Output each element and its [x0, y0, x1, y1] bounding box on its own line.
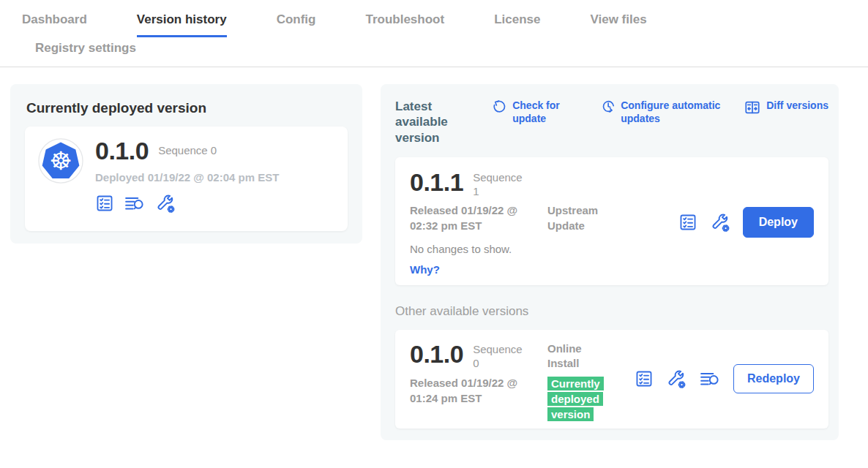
check-for-update-link[interactable]: Check for update: [493, 99, 571, 125]
tab-row-primary: Dashboard Version history Config Trouble…: [0, 0, 868, 37]
other-source-column: Online Install Currently deployed versio…: [547, 341, 617, 423]
tab-license[interactable]: License: [494, 12, 540, 37]
tab-troubleshoot[interactable]: Troubleshoot: [365, 12, 444, 37]
other-version-number: 0.1.0: [410, 341, 463, 366]
checklist-icon[interactable]: [95, 194, 114, 213]
deployed-sequence-label: Sequence 0: [158, 144, 217, 156]
checklist-icon[interactable]: [635, 369, 654, 388]
other-version-info: 0.1.0 Sequence 0 Released 01/19/22 @ 01:…: [410, 341, 547, 423]
svg-text:☸: ☸: [49, 146, 72, 176]
configure-automatic-updates-label: Configure automatic updates: [621, 99, 732, 125]
tab-dashboard[interactable]: Dashboard: [22, 12, 87, 37]
configure-automatic-updates-link[interactable]: Configure automatic updates: [602, 99, 732, 125]
tab-view-files[interactable]: View files: [590, 12, 646, 37]
deployed-version-number: 0.1.0: [95, 138, 149, 163]
schedule-icon: [602, 99, 616, 113]
app-subnav: Dashboard Version history Config Trouble…: [0, 0, 868, 67]
deployed-version-info: 0.1.0 Sequence 0 Deployed 01/19/22 @ 02:…: [95, 138, 279, 214]
deployed-version-card: ☸ 0.1.0 Sequence 0 Deployed 01/19/22 @ 0…: [25, 127, 348, 231]
kubernetes-logo-icon: ☸: [38, 138, 83, 184]
check-for-update-label: Check for update: [512, 99, 571, 125]
tab-config[interactable]: Config: [277, 12, 316, 37]
deployed-version-actions: [95, 193, 279, 214]
currently-deployed-badge-wrap: Currently deployed version: [547, 376, 607, 422]
version-row: 0.1.0 Sequence 0: [95, 138, 279, 163]
other-sequence-label: Sequence 0: [473, 343, 525, 371]
checklist-icon[interactable]: [678, 213, 697, 232]
other-source-label: Online Install: [547, 341, 610, 371]
other-versions-title: Other available versions: [395, 304, 828, 319]
latest-released-timestamp: Released 01/19/22 @ 02:32 pm EST: [410, 203, 547, 233]
diff-icon: [744, 99, 761, 116]
latest-available-panel: Latest available version Check for updat…: [381, 84, 839, 440]
logs-search-icon[interactable]: [124, 194, 146, 213]
latest-panel-header: Latest available version Check for updat…: [395, 99, 828, 146]
other-card-actions: Redeploy: [635, 364, 814, 393]
diff-versions-link[interactable]: Diff versions: [744, 99, 828, 116]
currently-deployed-title: Currently deployed version: [26, 100, 348, 116]
tab-registry-settings[interactable]: Registry settings: [35, 41, 818, 56]
redeploy-button[interactable]: Redeploy: [733, 364, 814, 393]
latest-card-actions: Deploy: [678, 207, 814, 238]
refresh-icon: [493, 99, 507, 113]
why-link[interactable]: Why?: [410, 263, 440, 276]
version-row: 0.1.1 Sequence 1: [410, 170, 814, 199]
other-version-card: 0.1.0 Sequence 0 Released 01/19/22 @ 01:…: [395, 330, 828, 429]
currently-deployed-panel: Currently deployed version ☸ 0.1.0 Seque…: [10, 84, 362, 244]
deployed-timestamp: Deployed 01/19/22 @ 02:04 pm EST: [95, 171, 279, 184]
currently-deployed-badge: Currently deployed version: [547, 377, 604, 421]
deploy-button[interactable]: Deploy: [743, 207, 814, 238]
other-released-timestamp: Released 01/19/22 @ 01:24 pm EST: [410, 376, 547, 406]
tab-version-history[interactable]: Version history: [137, 12, 227, 37]
latest-version-number: 0.1.1: [410, 170, 463, 195]
version-row: 0.1.0 Sequence 0: [410, 341, 547, 371]
latest-source-label: Upstream Update: [547, 203, 610, 233]
wrench-gear-icon[interactable]: [155, 193, 176, 214]
logs-search-icon[interactable]: [699, 369, 721, 388]
latest-version-card: 0.1.1 Sequence 1 Released 01/19/22 @ 02:…: [395, 157, 828, 285]
diff-versions-label: Diff versions: [766, 99, 828, 112]
wrench-gear-icon[interactable]: [666, 369, 686, 389]
tab-row-secondary: Registry settings: [0, 37, 868, 67]
latest-available-title: Latest available version: [395, 99, 479, 146]
no-changes-text: No changes to show.: [410, 243, 814, 255]
wrench-gear-icon[interactable]: [710, 212, 730, 233]
latest-sequence-label: Sequence 1: [473, 171, 525, 199]
